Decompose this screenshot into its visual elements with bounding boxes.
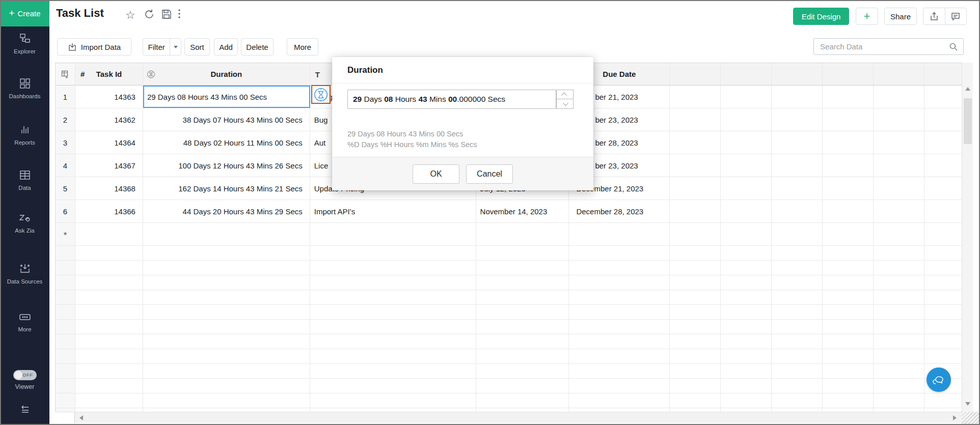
empty-cell[interactable]	[772, 393, 823, 408]
empty-cell[interactable]	[823, 393, 874, 408]
empty-cell[interactable]	[569, 290, 670, 304]
empty-cell[interactable]	[310, 393, 476, 408]
empty-cell[interactable]	[75, 305, 143, 319]
empty-cell[interactable]	[924, 200, 962, 222]
empty-cell[interactable]	[143, 275, 310, 290]
duration-cell[interactable]: 38 Days 07 Hours 43 Mins 00 Secs	[143, 108, 310, 131]
empty-cell[interactable]	[823, 177, 874, 200]
empty-cell[interactable]	[569, 349, 670, 363]
empty-cell[interactable]	[670, 131, 721, 154]
zia-chat-button[interactable]	[927, 367, 951, 392]
empty-cell[interactable]	[874, 177, 924, 200]
col-header-empty[interactable]	[874, 63, 924, 85]
empty-cell[interactable]	[924, 334, 962, 349]
delete-button[interactable]: Delete	[241, 38, 274, 55]
empty-cell[interactable]	[823, 223, 874, 245]
empty-cell[interactable]	[569, 393, 670, 408]
search-input[interactable]	[814, 42, 949, 51]
empty-cell[interactable]	[56, 290, 75, 304]
add-button[interactable]: Add	[214, 38, 238, 55]
task-id-cell[interactable]: 14368	[75, 177, 143, 200]
empty-cell[interactable]	[310, 334, 476, 349]
empty-cell[interactable]	[874, 334, 924, 349]
save-icon[interactable]	[161, 9, 172, 22]
empty-cell[interactable]	[670, 334, 721, 349]
empty-cell[interactable]	[874, 200, 924, 222]
empty-cell[interactable]	[721, 305, 772, 319]
empty-cell[interactable]	[670, 305, 721, 319]
task-id-cell[interactable]: 14367	[75, 154, 143, 177]
sidebar-collapse[interactable]	[0, 405, 49, 415]
empty-cell[interactable]	[56, 246, 75, 260]
empty-cell[interactable]	[75, 364, 143, 378]
empty-cell[interactable]	[670, 379, 721, 393]
empty-cell[interactable]	[670, 154, 721, 177]
filter-dropdown[interactable]	[170, 39, 181, 55]
refresh-icon[interactable]	[144, 9, 155, 22]
empty-cell[interactable]	[823, 108, 874, 131]
empty-cell[interactable]	[75, 261, 143, 275]
empty-cell[interactable]	[476, 379, 569, 393]
empty-cell[interactable]	[476, 393, 569, 408]
empty-cell[interactable]	[310, 379, 476, 393]
scroll-down-arrow-icon[interactable]	[965, 402, 970, 406]
empty-cell[interactable]	[721, 261, 772, 275]
cancel-button[interactable]: Cancel	[466, 164, 513, 184]
empty-cell[interactable]	[823, 290, 874, 304]
empty-cell[interactable]	[772, 200, 823, 222]
empty-cell[interactable]	[569, 275, 670, 290]
empty-cell[interactable]	[670, 393, 721, 408]
sidebar-item-data[interactable]: Data	[0, 169, 49, 191]
empty-cell[interactable]	[569, 261, 670, 275]
empty-cell[interactable]	[310, 290, 476, 304]
empty-cell[interactable]	[569, 334, 670, 349]
empty-cell[interactable]	[924, 246, 962, 260]
empty-cell[interactable]	[310, 223, 476, 245]
row-number[interactable]: 4	[56, 154, 75, 177]
col-header-duration[interactable]: Duration	[143, 63, 310, 85]
add-view-button[interactable]: +	[856, 8, 878, 25]
favorite-star-icon[interactable]: ☆	[125, 9, 135, 22]
duration-cell[interactable]: 162 Days 14 Hours 43 Mins 21 Secs	[143, 177, 310, 200]
empty-cell[interactable]	[772, 223, 823, 245]
empty-cell[interactable]	[772, 305, 823, 319]
empty-cell[interactable]	[721, 320, 772, 334]
sidebar-item-data-sources[interactable]: Data Sources	[0, 263, 49, 285]
empty-cell[interactable]	[874, 305, 924, 319]
empty-cell[interactable]	[143, 393, 310, 408]
empty-cell[interactable]	[56, 305, 75, 319]
empty-cell[interactable]	[143, 320, 310, 334]
col-header-empty[interactable]	[721, 63, 772, 85]
empty-cell[interactable]	[143, 364, 310, 378]
empty-cell[interactable]	[874, 364, 924, 378]
empty-cell[interactable]	[924, 305, 962, 319]
empty-cell[interactable]	[75, 223, 143, 245]
duration-cell[interactable]: 100 Days 12 Hours 43 Mins 26 Secs	[143, 154, 310, 177]
vertical-scroll-thumb[interactable]	[964, 98, 972, 144]
empty-cell[interactable]	[476, 349, 569, 363]
start-date-cell[interactable]: November 14, 2023	[476, 200, 569, 222]
empty-cell[interactable]	[670, 177, 721, 200]
empty-cell[interactable]	[823, 275, 874, 290]
edit-design-button[interactable]: Edit Design	[793, 8, 849, 25]
empty-cell[interactable]	[670, 246, 721, 260]
empty-cell[interactable]	[721, 246, 772, 260]
sidebar-item-reports[interactable]: Reports	[0, 124, 49, 146]
empty-cell[interactable]	[924, 177, 962, 200]
empty-cell[interactable]	[310, 305, 476, 319]
comments-button[interactable]	[945, 8, 966, 24]
empty-cell[interactable]	[823, 320, 874, 334]
empty-cell[interactable]	[56, 393, 75, 408]
share-button[interactable]: Share	[884, 8, 917, 25]
empty-cell[interactable]	[721, 275, 772, 290]
empty-cell[interactable]	[924, 290, 962, 304]
sort-button[interactable]: Sort	[184, 38, 210, 55]
empty-cell[interactable]	[772, 379, 823, 393]
col-header-empty[interactable]	[924, 63, 962, 85]
empty-cell[interactable]	[476, 364, 569, 378]
empty-cell[interactable]	[75, 334, 143, 349]
empty-cell[interactable]	[823, 305, 874, 319]
empty-cell[interactable]	[476, 246, 569, 260]
empty-cell[interactable]	[924, 275, 962, 290]
task-id-cell[interactable]: 14362	[75, 108, 143, 131]
